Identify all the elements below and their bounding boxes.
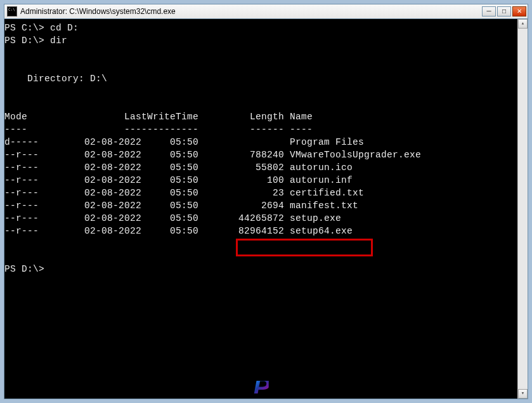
- maximize-button[interactable]: □: [497, 6, 511, 17]
- cmd-icon: [7, 6, 17, 17]
- close-button[interactable]: ✕: [512, 6, 526, 17]
- window-title: Administrator: C:\Windows\system32\cmd.e…: [20, 7, 481, 16]
- highlight-annotation: [236, 239, 373, 256]
- cmd-window: Administrator: C:\Windows\system32\cmd.e…: [4, 4, 528, 399]
- terminal-output[interactable]: PS C:\> cd D: PS D:\> dir Directory: D:\…: [4, 19, 517, 399]
- scroll-up-button[interactable]: ▴: [518, 19, 528, 29]
- vertical-scrollbar[interactable]: ▴ ▾: [517, 19, 528, 399]
- watermark-logo: P: [253, 381, 269, 393]
- client-area: PS C:\> cd D: PS D:\> dir Directory: D:\…: [4, 19, 528, 399]
- scroll-track[interactable]: [518, 29, 528, 389]
- scroll-down-button[interactable]: ▾: [518, 389, 528, 399]
- titlebar[interactable]: Administrator: C:\Windows\system32\cmd.e…: [4, 4, 528, 19]
- window-buttons: ─ □ ✕: [481, 6, 526, 17]
- minimize-button[interactable]: ─: [482, 6, 496, 17]
